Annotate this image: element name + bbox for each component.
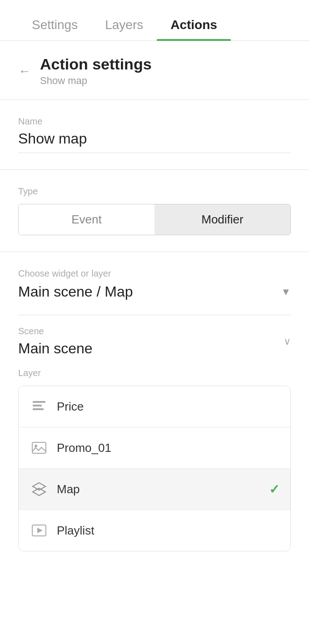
video-icon (30, 521, 49, 540)
layer-item-price[interactable]: Price (19, 386, 290, 427)
type-label: Type (18, 186, 291, 197)
text-icon (30, 397, 49, 416)
svg-rect-2 (33, 408, 44, 410)
widget-value: Main scene / Map (18, 283, 133, 300)
tab-settings[interactable]: Settings (18, 18, 91, 40)
name-value[interactable]: Show map (18, 130, 291, 153)
svg-marker-5 (33, 483, 45, 490)
svg-marker-6 (33, 488, 45, 495)
svg-rect-1 (33, 405, 42, 406)
layer-item-map[interactable]: Map ✓ (19, 469, 290, 510)
back-button[interactable]: ← (18, 64, 31, 79)
name-section: Name Show map (0, 100, 309, 170)
widget-chooser-row[interactable]: Main scene / Map ▼ (18, 283, 291, 300)
chevron-down-icon: ∨ (284, 336, 291, 347)
page-subtitle: Show map (40, 75, 152, 87)
map-icon (30, 480, 49, 499)
scene-field[interactable]: Scene Main scene ∨ (18, 315, 291, 368)
layer-name-playlist: Playlist (57, 524, 279, 538)
layer-name-promo: Promo_01 (57, 441, 279, 455)
scene-label: Scene (18, 326, 284, 337)
layer-name-map: Map (57, 482, 261, 496)
layer-item-playlist[interactable]: Playlist (19, 510, 290, 551)
type-event-button[interactable]: Event (19, 204, 154, 235)
layer-item-promo[interactable]: Promo_01 (19, 427, 290, 469)
section-header: ← Action settings Show map (0, 41, 309, 100)
scene-value: Main scene (18, 340, 284, 357)
widget-section: Choose widget or layer Main scene / Map … (0, 252, 309, 368)
layer-section: Layer Price Promo_01 (0, 368, 309, 570)
type-modifier-button[interactable]: Modifier (154, 204, 290, 235)
svg-rect-3 (32, 442, 46, 453)
svg-rect-0 (33, 401, 45, 403)
svg-point-4 (35, 445, 37, 447)
name-label: Name (18, 116, 291, 127)
page-title: Action settings (40, 55, 152, 73)
layer-name-price: Price (57, 400, 279, 414)
tab-bar: Settings Layers Actions (0, 0, 309, 41)
svg-marker-8 (37, 528, 43, 533)
image-icon (30, 438, 49, 457)
layer-list: Price Promo_01 Map ✓ (18, 386, 291, 551)
dropdown-arrow-icon: ▼ (281, 286, 291, 298)
check-icon: ✓ (269, 482, 279, 497)
type-section: Type Event Modifier (0, 170, 309, 252)
layer-label: Layer (18, 368, 291, 378)
scene-field-inner: Scene Main scene (18, 326, 284, 357)
widget-label: Choose widget or layer (18, 268, 291, 279)
header-text: Action settings Show map (40, 55, 152, 87)
type-toggle: Event Modifier (18, 204, 291, 235)
tab-actions[interactable]: Actions (157, 18, 231, 40)
tab-layers[interactable]: Layers (91, 18, 157, 40)
